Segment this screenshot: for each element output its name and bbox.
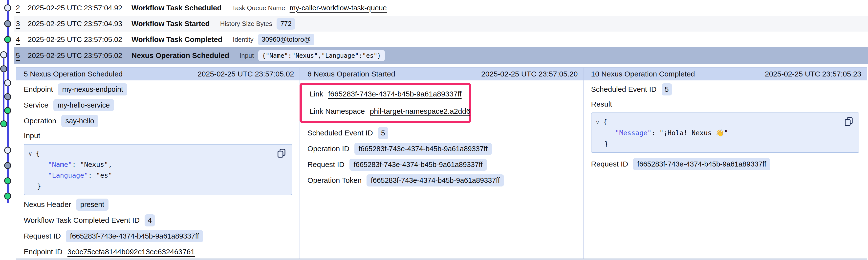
timeline-marker-completed[interactable] [4, 36, 11, 43]
link-namespace-link[interactable]: phil-target-namespace2.a2dd6 [370, 107, 470, 115]
event-row-selected[interactable]: 5 2025-02-25 UTC 23:57:05.02 Nexus Opera… [14, 47, 868, 64]
event-row[interactable]: 2 2025-02-25 UTC 23:57:04.92 Workflow Ta… [14, 0, 868, 16]
field-value-badge: f665283f-743e-4374-b45b-9a61a89337ff [367, 175, 504, 186]
event-detail-label: Task Queue Name [232, 4, 285, 12]
event-detail-label: Input [240, 52, 254, 60]
copy-icon[interactable] [276, 148, 287, 158]
field-endpoint: Endpoint my-nexus-endpoint [24, 81, 292, 97]
chevron-down-icon[interactable]: ∨ [28, 150, 32, 157]
event-name: Workflow Task Completed [131, 35, 222, 44]
event-timestamp: 2025-02-25 UTC 23:57:04.92 [28, 4, 131, 12]
event-detail-label: Identity [233, 36, 254, 43]
timeline-marker-started[interactable] [4, 20, 11, 27]
field-label: Request ID [591, 160, 628, 168]
event-row[interactable]: 3 2025-02-25 UTC 23:57:04.93 Workflow Ta… [14, 16, 868, 32]
json-line-entry: "Message": "¡Hola! Nexus 👋" [595, 127, 854, 138]
event-id-link-text[interactable]: 5 [16, 51, 20, 61]
timeline-marker-started[interactable] [4, 93, 11, 100]
event-name: Workflow Task Started [131, 20, 210, 28]
field-link: Link f665283f-743e-4374-b45b-9a61a89337f… [310, 85, 469, 103]
field-label: Scheduled Event ID [591, 85, 656, 94]
field-label: Request ID [24, 232, 61, 240]
field-value-badge: f665283f-743e-4374-b45b-9a61a89337ff [633, 158, 770, 170]
panel-timestamp: 2025-02-25 UTC 23:57:05.23 [765, 70, 861, 78]
timeline-marker-scheduled[interactable] [0, 51, 7, 58]
panel-nexus-operation-completed: 10 Nexus Operation Completed 2025-02-25 … [583, 67, 867, 259]
field-label: Link Namespace [310, 107, 365, 115]
result-json-viewer: ∨{ "Message": "¡Hola! Nexus 👋" } [591, 112, 859, 153]
event-id-link-text[interactable]: 4 [16, 35, 20, 45]
panel-header: 6 Nexus Operation Started 2025-02-25 UTC… [300, 68, 583, 80]
field-value-badge: present [76, 198, 108, 211]
link-value-link[interactable]: f665283f-743e-4374-b45b-9a61a89337ff [328, 90, 462, 98]
temporal-event-history: { "event_list": { "rows": [ { "number": … [0, 0, 868, 260]
event-detail-badge: 30960@totoro@ [258, 34, 315, 45]
panel-timestamp: 2025-02-25 UTC 23:57:05.20 [481, 70, 578, 78]
json-key: "Language" [48, 172, 88, 179]
chevron-down-icon[interactable]: ∨ [595, 119, 599, 125]
field-operation-id: Operation ID f665283f-743e-4374-b45b-9a6… [307, 141, 576, 157]
panel-header: 5 Nexus Operation Scheduled 2025-02-25 U… [16, 68, 300, 80]
panel-nexus-operation-scheduled: 5 Nexus Operation Scheduled 2025-02-25 U… [16, 67, 300, 259]
field-value-badge: say-hello [61, 115, 98, 127]
event-row[interactable]: 4 2025-02-25 UTC 23:57:05.02 Workflow Ta… [14, 32, 868, 47]
field-label: Scheduled Event ID [307, 129, 373, 137]
event-history-rows: 2 2025-02-25 UTC 23:57:04.92 Workflow Ta… [14, 0, 868, 64]
field-label: Operation Token [307, 176, 362, 185]
field-value-badge: my-nexus-endpoint [58, 83, 127, 96]
panel-title: 6 Nexus Operation Started [307, 70, 395, 78]
field-value-badge: f665283f-743e-4374-b45b-9a61a89337ff [349, 159, 487, 171]
field-link-namespace: Link Namespace phil-target-namespace2.a2… [310, 103, 469, 120]
timeline-marker-scheduled[interactable] [4, 4, 11, 11]
event-id-link[interactable]: 4 [16, 35, 28, 44]
copy-icon[interactable] [843, 116, 854, 127]
timeline-marker-started[interactable] [0, 65, 7, 72]
timeline-marker-completed[interactable] [4, 107, 11, 114]
field-request-id: Request ID f665283f-743e-4374-b45b-9a61a… [591, 156, 859, 172]
event-id-link-text[interactable]: 2 [16, 4, 20, 13]
timeline-main-line [7, 0, 9, 203]
json-line-open[interactable]: ∨{ [595, 116, 854, 127]
panel-title: 10 Nexus Operation Completed [591, 70, 695, 78]
timeline-marker-completed[interactable] [4, 193, 11, 199]
field-nexus-header: Nexus Header present [24, 197, 292, 212]
field-request-id: Request ID f665283f-743e-4374-b45b-9a61a… [307, 157, 576, 173]
event-id-link[interactable]: 3 [16, 20, 28, 28]
json-brace: { [36, 149, 40, 157]
panel-nexus-operation-started: 6 Nexus Operation Started 2025-02-25 UTC… [300, 67, 583, 259]
json-line-open[interactable]: ∨{ [28, 148, 287, 159]
timeline-marker-completed[interactable] [0, 120, 7, 127]
field-label: Endpoint ID [24, 248, 63, 256]
timeline-marker-started[interactable] [4, 162, 11, 169]
event-name: Workflow Task Scheduled [131, 4, 221, 12]
event-id-link[interactable]: 5 [16, 51, 28, 60]
panel-body: Link f665283f-743e-4374-b45b-9a61a89337f… [300, 80, 583, 259]
field-operation-token: Operation Token f665283f-743e-4374-b45b-… [307, 173, 576, 188]
field-scheduled-event-id: Scheduled Event ID 5 [307, 125, 576, 141]
timeline-marker-scheduled[interactable] [4, 79, 11, 86]
field-request-id: Request ID f665283f-743e-4374-b45b-9a61a… [24, 228, 292, 244]
json-line-entry: "Name": "Nexus", [28, 159, 287, 170]
highlight-box: Link f665283f-743e-4374-b45b-9a61a89337f… [300, 83, 471, 123]
field-label: Operation [24, 117, 56, 125]
event-id-link-text[interactable]: 3 [16, 20, 20, 29]
field-label: Request ID [307, 160, 344, 169]
endpoint-id-link[interactable]: 3c0c75ccfa8144b092c13ce632463761 [67, 248, 195, 256]
event-detail-panels: 5 Nexus Operation Scheduled 2025-02-25 U… [16, 67, 867, 260]
json-line-close: } [28, 181, 287, 192]
event-detail-badge: {"Name":"Nexus","Language":"es"} [258, 50, 385, 61]
field-value-badge: f665283f-743e-4374-b45b-9a61a89337ff [354, 143, 492, 155]
json-line-entry: "Language": "es" [28, 170, 287, 181]
json-value: : "Nexus", [72, 160, 113, 168]
field-label: Endpoint [24, 85, 53, 94]
field-label: Workflow Task Completed Event ID [24, 216, 140, 224]
event-id-link[interactable]: 2 [16, 4, 28, 12]
timeline-marker-completed[interactable] [4, 177, 11, 184]
timeline-marker-scheduled[interactable] [4, 147, 11, 154]
event-detail-value[interactable]: my-caller-workflow-task-queue [290, 4, 387, 12]
result-section-label: Result [591, 97, 859, 111]
json-brace: } [37, 182, 41, 190]
json-line-close: } [595, 138, 854, 149]
task-queue-link[interactable]: my-caller-workflow-task-queue [290, 4, 387, 12]
field-value-badge: 5 [662, 83, 672, 96]
